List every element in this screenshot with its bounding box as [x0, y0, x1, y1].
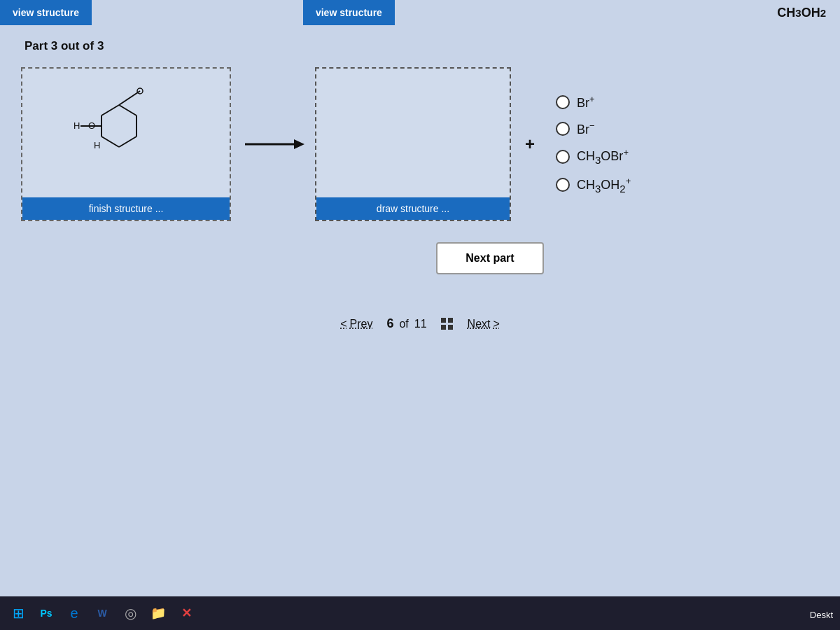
taskbar: ⊞ Ps e W ◎ 📁 ✕ Deskt — [0, 596, 840, 630]
grid-cell-2 — [448, 318, 453, 323]
radio-button-1[interactable] — [556, 95, 570, 109]
option-row-2[interactable]: Br− — [556, 120, 631, 137]
option-row-3[interactable]: CH3OBr+ — [556, 147, 631, 166]
option-label-1: Br+ — [577, 94, 595, 111]
next-chevron: > — [493, 318, 499, 330]
plus-sign: + — [525, 134, 535, 154]
taskbar-photoshop-icon[interactable]: Ps — [34, 601, 59, 626]
prev-button[interactable]: < Prev — [340, 318, 372, 330]
option-label-2: Br− — [577, 120, 595, 137]
left-structure-box: H O H finish structure ... — [21, 67, 231, 221]
finish-structure-button[interactable]: finish structure ... — [22, 197, 230, 220]
option-row-4[interactable]: CH3OH2+ — [556, 176, 631, 195]
taskbar-folder-icon[interactable]: 📁 — [146, 601, 171, 626]
next-button[interactable]: Next > — [468, 318, 500, 330]
view-structure-center-button[interactable]: view structure — [303, 0, 395, 25]
content-area: Part 3 out of 3 — [0, 25, 840, 345]
radio-button-3[interactable] — [556, 150, 570, 164]
svg-line-18 — [119, 91, 140, 105]
taskbar-search-icon[interactable]: ◎ — [118, 601, 143, 626]
taskbar-word-icon[interactable]: W — [90, 601, 115, 626]
option-label-4: CH3OH2+ — [577, 176, 631, 195]
total-pages: 11 — [414, 318, 427, 330]
option-row-1[interactable]: Br+ — [556, 94, 631, 111]
svg-line-13 — [119, 105, 136, 115]
next-part-container: Next part — [161, 242, 819, 274]
radio-button-2[interactable] — [556, 122, 570, 136]
of-text: of — [399, 318, 408, 330]
top-bar: view structure view structure CH3OH2 — [0, 0, 840, 25]
page-info: 6 of 11 — [386, 316, 426, 331]
arrow-container — [231, 67, 315, 221]
taskbar-start-icon[interactable]: ⊞ — [6, 601, 31, 626]
svg-line-12 — [102, 105, 119, 115]
draw-structure-button[interactable]: draw structure ... — [316, 197, 510, 220]
answer-options: Br+ Br− CH3OBr+ CH3OH2+ — [556, 94, 631, 194]
svg-text:H: H — [74, 120, 80, 131]
navigation-bar: < Prev 6 of 11 Next > — [21, 316, 819, 331]
svg-line-16 — [102, 136, 119, 147]
main-content: Part 3 out of 3 — [0, 25, 840, 345]
taskbar-close-icon[interactable]: ✕ — [174, 601, 199, 626]
svg-text:O: O — [88, 120, 95, 131]
right-draw-box: draw structure ... — [315, 67, 511, 221]
part-label: Part 3 out of 3 — [24, 39, 819, 53]
next-part-button[interactable]: Next part — [436, 242, 543, 274]
next-label: Next — [468, 318, 491, 330]
svg-marker-27 — [294, 139, 304, 149]
svg-text:H: H — [94, 140, 100, 150]
formula-display: CH3OH2 — [777, 0, 840, 25]
molecule-canvas: H O H — [22, 69, 230, 197]
grid-cell-1 — [441, 318, 446, 323]
reaction-arrow — [241, 134, 304, 155]
view-structure-left-button[interactable]: view structure — [0, 0, 92, 25]
question-area: H O H finish structure ... — [21, 67, 819, 221]
molecule-svg: H O H — [63, 84, 189, 182]
svg-line-15 — [119, 136, 136, 147]
option-label-3: CH3OBr+ — [577, 147, 629, 166]
desktop-label: Deskt — [810, 610, 833, 620]
radio-button-4[interactable] — [556, 178, 570, 192]
prev-chevron: < — [340, 318, 346, 330]
current-page: 6 — [386, 316, 393, 331]
prev-label: Prev — [350, 318, 373, 330]
draw-canvas — [316, 69, 510, 197]
grid-cell-4 — [448, 325, 453, 330]
taskbar-edge-icon[interactable]: e — [62, 601, 87, 626]
grid-cell-3 — [441, 325, 446, 330]
grid-icon[interactable] — [441, 318, 454, 330]
